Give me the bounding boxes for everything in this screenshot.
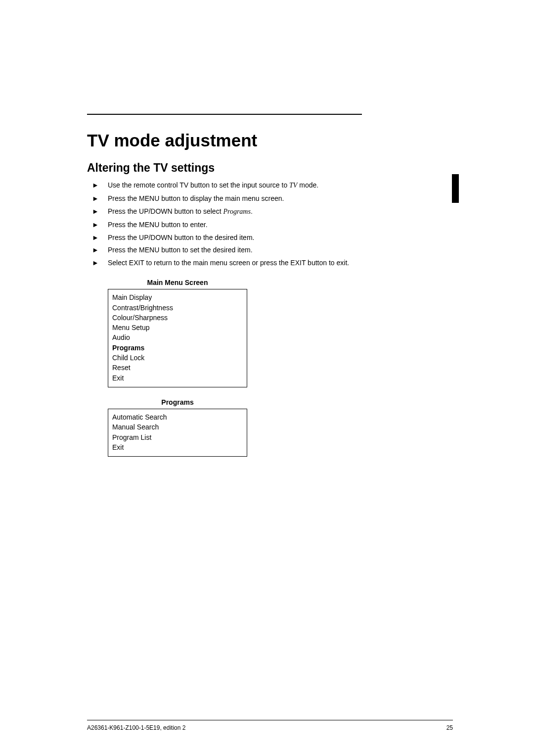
instruction-item: ►Select EXIT to return to the main menu … bbox=[92, 258, 453, 268]
menu-item: Automatic Search bbox=[112, 412, 243, 422]
menu-item: Contrast/Brightness bbox=[112, 303, 243, 313]
instruction-text: Press the MENU button to enter. bbox=[108, 220, 208, 230]
instruction-item: ►Press the MENU button to set the desire… bbox=[92, 245, 453, 255]
menu-item: Program List bbox=[112, 432, 243, 442]
footer-page-number: 25 bbox=[446, 724, 453, 731]
menu-block: ProgramsAutomatic SearchManual SearchPro… bbox=[108, 398, 247, 457]
menu-item: Menu Setup bbox=[112, 323, 243, 332]
instruction-text: Press the UP/DOWN button to the desired … bbox=[108, 233, 254, 242]
section-tab bbox=[452, 174, 459, 203]
instruction-item: ►Press the MENU button to enter. bbox=[92, 220, 453, 230]
menu-caption: Programs bbox=[108, 398, 247, 406]
triangle-right-icon: ► bbox=[92, 258, 108, 268]
footer-doc-id: A26361-K961-Z100-1-5E19, edition 2 bbox=[87, 724, 185, 731]
menu-block: Main Menu ScreenMain DisplayContrast/Bri… bbox=[108, 279, 247, 387]
instruction-item: ►Press the MENU button to display the ma… bbox=[92, 194, 453, 203]
instruction-text: Press the MENU button to set the desired… bbox=[108, 245, 253, 255]
menu-box: Main DisplayContrast/BrightnessColour/Sh… bbox=[108, 289, 247, 387]
menu-diagrams: Main Menu ScreenMain DisplayContrast/Bri… bbox=[87, 279, 453, 457]
menu-item: Colour/Sharpness bbox=[112, 313, 243, 323]
menu-item: Exit bbox=[112, 373, 243, 383]
instruction-item: ►Press the UP/DOWN button to the desired… bbox=[92, 233, 453, 242]
footer-rule bbox=[87, 720, 453, 720]
menu-item: Exit bbox=[112, 442, 243, 452]
page-title: TV mode adjustment bbox=[87, 131, 453, 150]
header-rule bbox=[87, 114, 362, 115]
instruction-text: Select EXIT to return to the main menu s… bbox=[108, 258, 349, 268]
triangle-right-icon: ► bbox=[92, 220, 108, 230]
instruction-text: Press the MENU button to display the mai… bbox=[108, 194, 284, 203]
menu-item: Programs bbox=[112, 343, 243, 353]
menu-box: Automatic SearchManual SearchProgram Lis… bbox=[108, 409, 247, 457]
menu-caption: Main Menu Screen bbox=[108, 279, 247, 286]
menu-item: Main Display bbox=[112, 292, 243, 302]
menu-item: Reset bbox=[112, 363, 243, 373]
triangle-right-icon: ► bbox=[92, 194, 108, 203]
menu-item: Manual Search bbox=[112, 422, 243, 432]
triangle-right-icon: ► bbox=[92, 181, 108, 190]
menu-item: Audio bbox=[112, 332, 243, 342]
page-subtitle: Altering the TV settings bbox=[87, 161, 453, 175]
triangle-right-icon: ► bbox=[92, 207, 108, 216]
instruction-item: ►Use the remote control TV button to set… bbox=[92, 181, 453, 190]
instruction-text: Use the remote control TV button to set … bbox=[108, 181, 318, 190]
triangle-right-icon: ► bbox=[92, 245, 108, 255]
menu-item: Child Lock bbox=[112, 353, 243, 363]
instruction-list: ►Use the remote control TV button to set… bbox=[92, 181, 453, 268]
instruction-item: ►Press the UP/DOWN button to select Prog… bbox=[92, 207, 453, 217]
instruction-text: Press the UP/DOWN button to select Progr… bbox=[108, 207, 253, 217]
triangle-right-icon: ► bbox=[92, 233, 108, 242]
footer: A26361-K961-Z100-1-5E19, edition 2 25 bbox=[87, 724, 453, 731]
page: TV mode adjustment Altering the TV setti… bbox=[0, 0, 534, 756]
